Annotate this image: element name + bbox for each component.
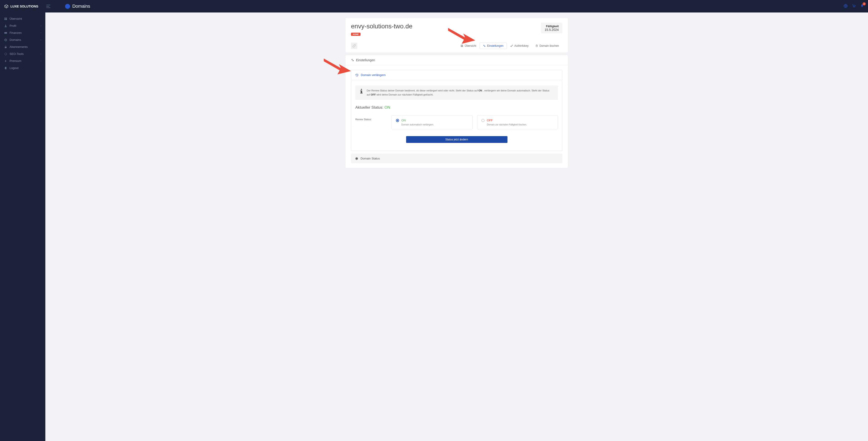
tab-domain-loeschen[interactable]: Domain löschen — [532, 42, 562, 49]
cogs-icon — [351, 59, 354, 62]
globe-icon — [4, 38, 7, 41]
gear-icon — [355, 157, 358, 160]
menu-toggle-icon[interactable] — [46, 5, 50, 8]
page-title: Domains — [65, 4, 90, 9]
user-icon — [4, 24, 7, 27]
lock-icon — [4, 46, 7, 49]
svg-rect-35 — [360, 90, 362, 91]
sidebar: Übersicht Profil › Finanzen › Domains › — [0, 12, 45, 441]
info-icon — [360, 89, 363, 97]
svg-point-9 — [853, 7, 854, 7]
svg-point-17 — [4, 53, 7, 55]
trash-icon — [535, 45, 538, 47]
info-text: Der Renew-Status deiner Domain bestimmt,… — [367, 89, 554, 97]
tab-uebersicht[interactable]: Übersicht — [457, 42, 479, 49]
sidebar-item-finanzen[interactable]: Finanzen › — [0, 29, 45, 36]
tab-authinfokey[interactable]: Authinfokey — [507, 42, 532, 49]
chevron-right-icon: › — [40, 53, 41, 55]
svg-point-27 — [485, 46, 485, 47]
door-icon — [4, 66, 7, 70]
chevron-right-icon: › — [40, 32, 41, 34]
key-icon — [510, 45, 513, 47]
history-icon — [355, 74, 359, 77]
due-date-box: Fälligkeit 15.5.2024 — [541, 23, 562, 33]
domain-verlaengern-header[interactable]: Domain verlängern — [351, 70, 562, 80]
cart-icon[interactable] — [852, 4, 856, 9]
link-icon[interactable] — [351, 42, 358, 49]
chevron-right-icon: › — [40, 38, 41, 41]
svg-point-11 — [5, 25, 6, 26]
radio-option-off[interactable]: OFF Domain zur nächsten Fälligkeit lösch… — [477, 115, 558, 129]
settings-card: Einstellungen Domain verlängern — [346, 55, 568, 168]
card-icon — [4, 31, 7, 34]
current-status: Aktueller Status: ON — [355, 105, 558, 110]
domain-status-header[interactable]: Domain Status — [351, 154, 562, 163]
help-icon[interactable] — [843, 4, 847, 9]
radio-icon — [482, 119, 485, 122]
logo-text: LUXE SOLUTIONS — [10, 4, 38, 8]
notification-badge: 2 — [863, 2, 866, 5]
globe-icon — [65, 4, 70, 9]
dashboard-icon — [4, 17, 7, 21]
svg-point-32 — [353, 60, 353, 61]
svg-point-19 — [6, 68, 6, 68]
sidebar-item-logout[interactable]: Logout — [0, 64, 45, 71]
sidebar-item-domains[interactable]: Domains › — [0, 36, 45, 43]
svg-rect-36 — [360, 93, 363, 93]
tab-einstellungen[interactable]: Einstellungen — [479, 42, 507, 49]
logo-icon — [4, 4, 9, 9]
sidebar-item-premium[interactable]: Premium › — [0, 57, 45, 64]
svg-point-26 — [484, 45, 484, 46]
sidebar-item-abonnements[interactable]: Abonnements — [0, 43, 45, 50]
radio-option-on[interactable]: ON Domain automatisch verlängern. — [392, 115, 472, 129]
circle-icon — [4, 52, 7, 56]
svg-rect-21 — [462, 45, 463, 46]
sidebar-item-profil[interactable]: Profil › — [0, 22, 45, 29]
domain-header-card: envy-solutions-two.de NONE Fälligkeit 15… — [346, 18, 568, 52]
logo[interactable]: LUXE SOLUTIONS — [4, 4, 38, 9]
header-bar: LUXE SOLUTIONS Domains — [0, 0, 868, 12]
chevron-right-icon: › — [40, 60, 41, 62]
svg-point-33 — [361, 89, 362, 90]
info-box: Der Renew-Status deiner Domain bestimmt,… — [355, 86, 558, 100]
svg-rect-16 — [5, 47, 7, 48]
status-aendern-button[interactable]: Status jetzt ändern — [406, 136, 507, 143]
sidebar-item-seotools[interactable]: SEO-Tools › — [0, 50, 45, 57]
notification-icon[interactable]: 2 — [860, 4, 864, 9]
status-badge: NONE — [351, 33, 361, 36]
svg-rect-20 — [461, 45, 462, 46]
radio-icon — [396, 119, 399, 122]
svg-point-4 — [845, 5, 846, 7]
chevron-right-icon: › — [40, 25, 41, 27]
grid-icon — [461, 45, 463, 47]
svg-rect-23 — [462, 46, 463, 47]
svg-rect-22 — [461, 46, 462, 47]
svg-point-10 — [855, 7, 855, 7]
domain-name: envy-solutions-two.de — [351, 23, 412, 30]
cogs-icon — [483, 45, 486, 47]
renew-status-label: Renew Status: — [355, 115, 387, 129]
sidebar-item-uebersicht[interactable]: Übersicht — [0, 15, 45, 22]
svg-point-28 — [510, 46, 512, 47]
settings-header: Einstellungen — [346, 55, 568, 65]
svg-rect-12 — [4, 32, 7, 34]
svg-point-31 — [352, 59, 352, 60]
bolt-icon — [4, 59, 7, 63]
